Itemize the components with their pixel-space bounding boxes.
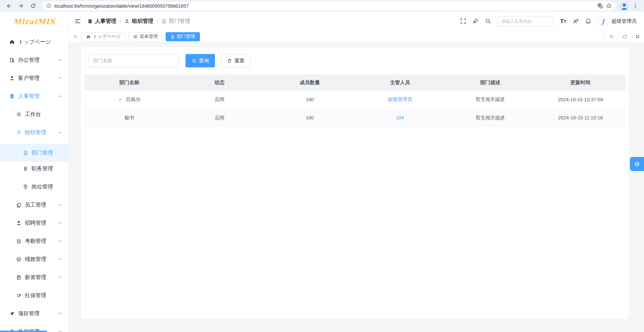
user-name: 超级管理员 xyxy=(611,18,637,24)
sidebar-item-recruit[interactable]: 招聘管理 xyxy=(0,216,68,230)
department-name: 总裁办 xyxy=(126,97,141,102)
url-text[interactable]: localhost:84/hrm/organization/table/view… xyxy=(54,3,594,9)
clipboard-icon xyxy=(88,19,93,24)
sidebar-item-customer[interactable]: 客户管理 xyxy=(0,71,68,85)
sidebar-item-office[interactable]: 办公管理 xyxy=(0,53,68,67)
topbar: 人事管理 / 组织管理 / 部门管理 xyxy=(69,12,644,31)
sidebar-item-performance[interactable]: 绩效管理 xyxy=(0,253,68,266)
sidebar-item-label: 办公管理 xyxy=(18,57,40,64)
breadcrumb-label: 部门管理 xyxy=(169,18,190,25)
sidebar-item-employee[interactable]: 员工管理 xyxy=(0,198,68,212)
breadcrumb: 人事管理 / 组织管理 / 部门管理 xyxy=(88,18,190,25)
manager-link[interactable]: 104 xyxy=(396,115,404,120)
cup-icon xyxy=(16,293,21,298)
screen: localhost:84/hrm/organization/table/view… xyxy=(0,0,644,332)
sidebar-menu: トップページ 办公管理 客户管理 人事管理 xyxy=(0,31,68,332)
sidebar-item-hr[interactable]: 人事管理 xyxy=(0,90,68,103)
bell-icon[interactable] xyxy=(585,18,591,24)
sidebar-item-social-security[interactable]: 社保管理 xyxy=(0,289,68,302)
trash-icon xyxy=(227,58,232,63)
sidebar-item-workbench[interactable]: 工作台 xyxy=(0,108,68,121)
layout-grid-icon[interactable] xyxy=(631,31,644,42)
column-header: 部门名称 xyxy=(84,74,174,91)
sidebar-item-attendance[interactable]: 考勤管理 xyxy=(0,234,68,248)
tab-department-management[interactable]: 部门管理 xyxy=(166,32,200,41)
tab-top-page[interactable]: トップページ xyxy=(82,32,125,41)
profile-icon[interactable] xyxy=(620,2,629,10)
topbar-actions: TT J 超级管理员 xyxy=(460,16,637,26)
language-icon[interactable] xyxy=(573,18,579,24)
document-icon xyxy=(170,35,175,39)
app-shell: MiraiMIS トップページ 办公管理 客户管理 xyxy=(0,12,644,332)
sidebar-item-label: 组织管理 xyxy=(25,129,46,136)
sidebar-item-organization[interactable]: 组织管理 xyxy=(0,126,68,139)
scroll-tabs-left-icon[interactable] xyxy=(73,34,77,39)
chevron-down-icon xyxy=(58,239,62,243)
sidebar-item-position[interactable]: 职务管理 xyxy=(0,162,68,175)
sidebar-item-label: トップページ xyxy=(18,39,51,46)
table-header-row: 部门名称 状态 成员数量 主管人员 部门描述 更新时间 xyxy=(84,74,626,91)
sidebar-item-department[interactable]: 部门管理 xyxy=(0,144,68,162)
sidebar-item-post[interactable]: 岗位管理 xyxy=(0,180,68,193)
back-icon[interactable] xyxy=(3,1,14,11)
sidebar-item-salary[interactable]: 薪资管理 xyxy=(0,271,68,284)
content-area: 查询 重置 部门名称 状态 成员数量 xyxy=(69,43,644,332)
gear-icon xyxy=(634,161,640,167)
reset-button-label: 重置 xyxy=(234,58,245,64)
sidebar-item-label: 员工管理 xyxy=(25,202,46,209)
address-bar[interactable]: localhost:84/hrm/organization/table/view… xyxy=(42,1,616,10)
updated-cell: 2024-10-15 10:37:09 xyxy=(535,91,626,109)
collapse-menu-icon[interactable] xyxy=(75,18,81,24)
info-icon[interactable] xyxy=(46,3,51,8)
translate-icon[interactable] xyxy=(597,3,603,9)
organization-icon xyxy=(16,130,21,135)
chevron-down-icon xyxy=(58,312,62,316)
tab-menu-management[interactable]: 菜单管理 xyxy=(128,32,163,41)
menu-search-input[interactable] xyxy=(497,16,554,26)
broom-icon[interactable] xyxy=(473,18,479,24)
column-header: 更新时间 xyxy=(535,74,626,91)
sidebar-item-label: 项目管理 xyxy=(18,310,40,317)
chevron-down-icon xyxy=(58,76,62,80)
customer-icon xyxy=(9,75,15,81)
department-name-input[interactable] xyxy=(88,54,179,67)
breadcrumb-item-hr[interactable]: 人事管理 xyxy=(88,18,116,25)
sidebar-item-label: 部门管理 xyxy=(32,150,53,157)
bookmark-star-icon[interactable] xyxy=(606,3,612,9)
sidebar-item-label: 工作台 xyxy=(25,111,41,118)
refresh-icon[interactable] xyxy=(618,31,631,42)
sidebar-bottom-accent xyxy=(0,331,47,332)
status-cell: 启用 xyxy=(174,91,265,109)
menu-dots-icon[interactable] xyxy=(630,1,641,11)
sidebar-item-project[interactable]: 项目管理 xyxy=(0,307,68,320)
font-size-icon[interactable]: TT xyxy=(560,18,566,24)
manager-link[interactable]: 超级管理员 xyxy=(388,97,412,102)
scroll-tabs-right-icon[interactable] xyxy=(605,31,618,42)
user-menu[interactable]: J 超级管理员 xyxy=(598,16,637,26)
pages-icon xyxy=(16,202,21,208)
avatar[interactable]: J xyxy=(598,16,608,26)
fullscreen-icon[interactable] xyxy=(460,18,466,24)
sidebar-item-top-page[interactable]: トップページ xyxy=(0,35,68,49)
breadcrumb-separator: / xyxy=(120,18,121,24)
query-button[interactable]: 查询 xyxy=(185,54,215,67)
home-icon xyxy=(9,39,15,45)
stamp-icon xyxy=(23,166,28,171)
reset-button[interactable]: 重置 xyxy=(221,54,251,67)
forward-icon[interactable] xyxy=(15,1,26,11)
sidebar-item-label: 绩效管理 xyxy=(25,256,46,263)
tabbar: トップページ 菜单管理 部门管理 xyxy=(69,31,644,43)
reload-icon[interactable] xyxy=(28,1,38,11)
workbench-icon xyxy=(16,112,21,117)
breadcrumb-item-organization[interactable]: 组织管理 xyxy=(124,18,153,25)
main-area: 人事管理 / 组织管理 / 部门管理 xyxy=(69,12,644,332)
search-icon[interactable] xyxy=(485,18,491,24)
breadcrumb-item-department: 部门管理 xyxy=(161,18,190,25)
check-circle-icon xyxy=(16,257,21,262)
expand-row-icon[interactable] xyxy=(118,98,122,102)
settings-fab[interactable] xyxy=(630,157,644,171)
breadcrumb-label: 人事管理 xyxy=(95,18,116,25)
sidebar-item-label: 岗位管理 xyxy=(32,183,53,190)
organization-icon xyxy=(124,19,129,24)
sidebar-item-label: 职务管理 xyxy=(32,165,53,172)
